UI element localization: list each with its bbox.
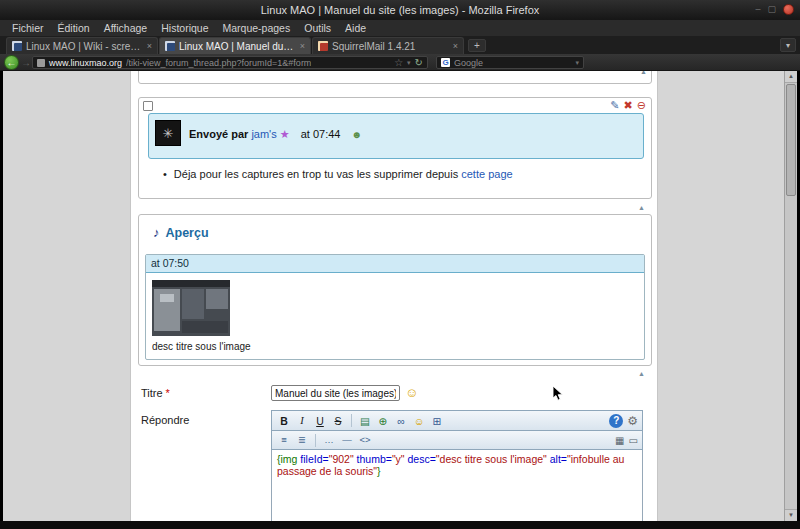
special-chars-icon[interactable]: … xyxy=(321,432,337,448)
search-input-value: Google xyxy=(454,58,571,68)
linuxmao-favicon xyxy=(12,41,22,51)
tab-label: Linux MAO | Manuel du site (les im… xyxy=(179,41,296,52)
ordered-list-icon[interactable]: ≣ xyxy=(294,432,310,448)
minimize-button[interactable]: – xyxy=(755,4,760,15)
cette-page-link[interactable]: cette page xyxy=(461,168,512,180)
syntax-token: "902" xyxy=(329,453,357,465)
close-button[interactable] xyxy=(783,4,794,15)
fullscreen-icon[interactable]: ▭ xyxy=(629,435,638,446)
tab-label: Linux MAO | Wiki - screenshots xyxy=(26,41,143,52)
url-path: /tiki-view_forum_thread.php?forumId=1&#f… xyxy=(126,58,311,68)
switch-editor-icon[interactable]: ▦ xyxy=(615,435,624,446)
link-icon[interactable]: ∞ xyxy=(393,413,409,429)
url-bar[interactable]: www.linuxmao.org /tiki-view_forum_thread… xyxy=(32,56,428,69)
new-tab-button[interactable]: + xyxy=(468,39,486,52)
menu-item-marque-pages[interactable]: Marque-pages xyxy=(216,22,298,34)
table-icon[interactable]: ⊞ xyxy=(429,413,445,429)
unordered-list-icon[interactable]: ≡ xyxy=(276,432,292,448)
post-header: ✳ Envoyé par jam's ★ at 07:44 ☻ xyxy=(148,113,644,159)
syntax-token: } xyxy=(377,465,381,477)
help-icon[interactable]: ? xyxy=(609,414,623,428)
external-link-icon[interactable]: ⊕ xyxy=(375,413,391,429)
syntax-token: "desc titre sous l'image" xyxy=(436,453,550,465)
bold-button[interactable]: B xyxy=(276,413,292,429)
page-scrollbar[interactable]: ▲ ▼ xyxy=(784,71,797,521)
menu-item-outils[interactable]: Outils xyxy=(297,22,338,34)
forum-post: ✎ ✖ ⊖ ✳ Envoyé par jam's ★ at 07:44 ☻ •D… xyxy=(138,97,652,199)
syntax-token: {img xyxy=(277,453,300,465)
list-tabs-button[interactable]: ▾ xyxy=(780,38,796,52)
back-button[interactable]: ← xyxy=(4,55,19,70)
bookmark-star-icon[interactable]: ☆ xyxy=(394,58,403,68)
search-dropdown-icon[interactable]: ▾ xyxy=(575,59,579,67)
syntax-token: desc= xyxy=(408,453,436,465)
scroll-top-anchor[interactable]: ▲ xyxy=(638,204,645,212)
scroll-top-anchor[interactable]: ▲ xyxy=(640,71,647,76)
syntax-token: passage de la souris" xyxy=(277,465,377,477)
url-dropdown-icon[interactable]: ▾ xyxy=(407,59,411,67)
syntax-token: thumb= xyxy=(357,453,392,465)
post-text: Déja pour les captures en trop tu vas le… xyxy=(174,168,458,180)
post-time: at 07:44 xyxy=(301,128,341,140)
smiley-picker-icon[interactable]: ☺ xyxy=(405,385,418,400)
site-icon xyxy=(37,59,45,67)
preview-panel: ♪ Aperçu at 07:50 desc titre sous l'imag… xyxy=(138,214,652,366)
tab-wiki-screenshots[interactable]: Linux MAO | Wiki - screenshots × xyxy=(6,37,158,54)
tab-close-icon[interactable]: × xyxy=(300,41,305,51)
author-link[interactable]: jam's xyxy=(251,128,276,140)
title-input[interactable] xyxy=(271,385,400,401)
url-domain: www.linuxmao.org xyxy=(49,58,122,68)
scrollbar-down-icon[interactable]: ▼ xyxy=(785,509,797,521)
menu-item-aide[interactable]: Aide xyxy=(338,22,373,34)
editor-toolbar-1: B I U S ▤ ⊕ ∞ ☺ ⊞ ? ⚙ xyxy=(271,410,643,431)
forward-button[interactable]: → xyxy=(21,57,31,68)
browser-viewport: ▲ ✎ ✖ ⊖ ✳ Envoyé par jam's ★ at 07:44 xyxy=(3,71,797,521)
google-icon: G xyxy=(441,58,450,67)
reload-icon[interactable]: ↻ xyxy=(415,58,423,68)
image-icon[interactable]: ▤ xyxy=(357,413,373,429)
menu-item-historique[interactable]: Historique xyxy=(154,22,215,34)
menu-bar: Fichier Édition Affichage Historique Mar… xyxy=(0,20,800,36)
post-select-checkbox[interactable] xyxy=(143,101,153,111)
editor-toolbar-2: ≡ ≣ … — <> ▦ ▭ xyxy=(271,431,643,450)
menu-item-edition[interactable]: Édition xyxy=(51,22,97,34)
squirrelmail-favicon xyxy=(318,41,328,51)
window-border xyxy=(0,521,800,529)
tab-manuel-du-site[interactable]: Linux MAO | Manuel du site (les im… × xyxy=(159,37,311,54)
tab-label: SquirrelMail 1.4.21 xyxy=(332,41,449,52)
preview-time: at 07:50 xyxy=(146,255,644,273)
smiley-icon[interactable]: ☺ xyxy=(411,413,427,429)
wrench-icon[interactable]: ⚙ xyxy=(627,414,638,428)
menu-item-fichier[interactable]: Fichier xyxy=(5,22,51,34)
scrollbar-up-icon[interactable]: ▲ xyxy=(785,71,797,83)
scrollbar-thumb[interactable] xyxy=(786,84,796,196)
user-avatar: ✳ xyxy=(155,120,181,146)
linuxmao-favicon xyxy=(165,41,175,51)
title-label: Titre* xyxy=(141,387,170,399)
search-bar[interactable]: G Google ▾ xyxy=(436,56,584,69)
editor-textarea[interactable]: {img fileId="902" thumb="y" desc="desc t… xyxy=(271,450,643,521)
tab-bar: Linux MAO | Wiki - screenshots × Linux M… xyxy=(0,36,800,54)
preview-note-icon: ♪ xyxy=(153,225,160,240)
preview-thumbnail[interactable] xyxy=(152,280,230,336)
tab-close-icon[interactable]: × xyxy=(453,41,458,51)
maximize-button[interactable]: ▢ xyxy=(767,4,776,15)
strike-button[interactable]: S xyxy=(330,413,346,429)
scroll-top-anchor[interactable]: ▲ xyxy=(638,370,645,378)
underline-button[interactable]: U xyxy=(312,413,328,429)
reply-editor: B I U S ▤ ⊕ ∞ ☺ ⊞ ? ⚙ ≡ ≣ xyxy=(271,410,643,521)
italic-button[interactable]: I xyxy=(294,413,310,429)
edit-post-icon[interactable]: ✎ xyxy=(610,99,619,112)
syntax-token: fileId= xyxy=(300,453,328,465)
tab-squirrelmail[interactable]: SquirrelMail 1.4.21 × xyxy=(312,37,464,54)
menu-item-affichage[interactable]: Affichage xyxy=(97,22,155,34)
code-icon[interactable]: <> xyxy=(357,432,373,448)
horizontal-rule-icon[interactable]: — xyxy=(339,432,355,448)
post-body: •Déja pour les captures en trop tu vas l… xyxy=(163,168,513,180)
delete-post-icon[interactable]: ✖ xyxy=(624,99,633,112)
tab-close-icon[interactable]: × xyxy=(147,41,152,51)
window-titlebar: Linux MAO | Manuel du site (les images) … xyxy=(0,0,800,20)
star-icon: ★ xyxy=(280,128,290,140)
page-content: ▲ ✎ ✖ ⊖ ✳ Envoyé par jam's ★ at 07:44 xyxy=(130,71,658,521)
remove-post-icon[interactable]: ⊖ xyxy=(637,99,646,112)
